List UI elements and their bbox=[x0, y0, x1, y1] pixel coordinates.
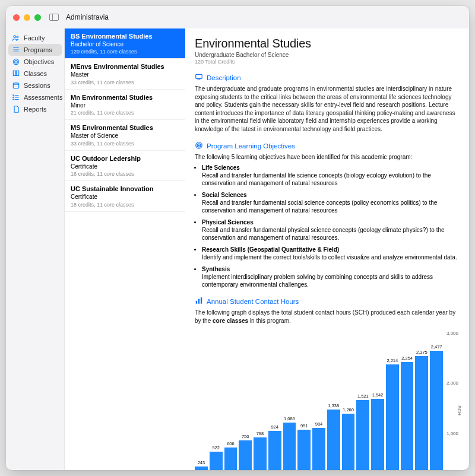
bar-value: 798 bbox=[256, 431, 264, 436]
traffic-lights bbox=[13, 14, 41, 21]
objective-title: Social Sciences bbox=[202, 192, 247, 198]
program-item-title: MEnvs Environmental Studies bbox=[71, 63, 179, 71]
sidebar-toggle-icon[interactable] bbox=[49, 14, 59, 21]
svg-point-0 bbox=[14, 36, 16, 38]
bar-rect bbox=[297, 430, 311, 470]
program-item-title: MS Environmental Studies bbox=[71, 124, 179, 132]
sidebar-item-faculty[interactable]: Faculty bbox=[8, 32, 62, 44]
chart-y-label: SCH bbox=[457, 405, 462, 415]
svg-point-6 bbox=[15, 61, 18, 64]
bar: 1,5212018 bbox=[356, 331, 369, 470]
target-icon bbox=[195, 141, 203, 151]
bar-chart-icon bbox=[195, 297, 203, 306]
people-icon bbox=[12, 35, 20, 42]
bar: 2,2542021 bbox=[401, 331, 414, 470]
bar-rect bbox=[210, 452, 223, 470]
objective-desc: Implement interdisciplinary problem solv… bbox=[202, 274, 433, 288]
chart-bars: 2432007522200860620097502010798201192420… bbox=[195, 331, 443, 470]
sch-chart: 3,0002,0001,0000 SCH 2432007522200860620… bbox=[195, 331, 460, 470]
program-item[interactable]: UC Sustainable InnovationCertificate18 c… bbox=[65, 181, 185, 211]
svg-point-13 bbox=[13, 97, 14, 97]
program-item[interactable]: Mn Environmental StudiesMinor21 credits,… bbox=[65, 90, 185, 120]
sidebar-item-label: Programs bbox=[24, 46, 52, 53]
plo-header: Program Learning Objectives bbox=[195, 141, 460, 151]
program-item-title: Mn Environmental Studies bbox=[71, 94, 179, 101]
program-item[interactable]: MS Environmental StudiesMaster of Scienc… bbox=[65, 120, 185, 150]
menu-icon bbox=[12, 47, 20, 53]
minimize-window-button[interactable] bbox=[24, 14, 30, 21]
bar-value: 924 bbox=[271, 424, 278, 430]
sidebar-item-reports[interactable]: Reports bbox=[8, 103, 62, 115]
bar: 9242012 bbox=[268, 331, 281, 470]
sidebar-item-objectives[interactable]: Objectives bbox=[8, 56, 62, 68]
objective-item: Social SciencesRecall and transfer funda… bbox=[202, 191, 460, 214]
bar-rect bbox=[224, 448, 238, 470]
chart-y-axis: 3,0002,0001,0000 bbox=[446, 331, 458, 470]
program-item[interactable]: MEnvs Environmental StudiesMaster33 cred… bbox=[65, 59, 185, 89]
program-item-sub: Certificate bbox=[71, 163, 179, 170]
svg-rect-21 bbox=[201, 297, 202, 304]
bar-value: 951 bbox=[300, 423, 308, 429]
objective-item: SynthesisImplement interdisciplinary pro… bbox=[202, 265, 460, 288]
svg-rect-7 bbox=[13, 83, 18, 88]
svg-rect-19 bbox=[196, 301, 197, 304]
svg-rect-20 bbox=[198, 299, 200, 304]
program-item[interactable]: UC Outdoor LedershipCertificate16 credit… bbox=[65, 151, 185, 181]
bar-rect bbox=[430, 351, 443, 470]
bar-rect bbox=[254, 437, 267, 470]
bar: 2,2142020 bbox=[386, 331, 399, 470]
bar-rect bbox=[195, 467, 208, 470]
bar: 2,4772023 bbox=[430, 331, 443, 470]
svg-rect-15 bbox=[196, 74, 202, 78]
description-header: Description bbox=[195, 73, 460, 82]
close-window-button[interactable] bbox=[13, 14, 20, 21]
program-credits: 120 Total Credits bbox=[195, 59, 460, 65]
bar-rect bbox=[268, 431, 281, 470]
sch-header-text: Annual Student Contact Hours bbox=[207, 298, 299, 305]
bar: 1,2602017 bbox=[342, 331, 355, 470]
program-item-meta: 18 credits, 11 core classes bbox=[71, 202, 179, 208]
bar: 2,3752022 bbox=[415, 331, 428, 470]
app-body: FacultyProgramsObjectivesClassesSessions… bbox=[6, 28, 469, 470]
description-text: The undergraduate and graduate programs … bbox=[195, 85, 460, 133]
bar: 6062009 bbox=[224, 331, 238, 470]
bar-rect bbox=[283, 423, 296, 470]
bar-value: 1,338 bbox=[328, 403, 339, 408]
program-item[interactable]: BS Environmental StudiesBachelor of Scie… bbox=[65, 28, 185, 59]
calendar-icon bbox=[12, 82, 20, 89]
sidebar-item-classes[interactable]: Classes bbox=[8, 68, 62, 80]
objective-title: Research Skills (Geospatial Quantitative… bbox=[202, 246, 339, 253]
bar-value: 1,086 bbox=[284, 416, 295, 421]
detail-pane: Environmental Studies Undergraduate Bach… bbox=[185, 28, 469, 470]
sidebar-nav: FacultyProgramsObjectivesClassesSessions… bbox=[6, 28, 64, 470]
plo-intro: The following 5 learning objectives have… bbox=[195, 154, 460, 160]
bar: 7982011 bbox=[254, 331, 267, 470]
bar-value: 2,254 bbox=[401, 356, 413, 361]
sidebar-item-assessments[interactable]: Assessments bbox=[8, 91, 62, 103]
plo-header-text: Program Learning Objectives bbox=[207, 142, 295, 150]
svg-point-5 bbox=[13, 59, 18, 64]
bar-rect bbox=[401, 362, 414, 470]
bar: 1,0862013 bbox=[283, 331, 296, 470]
objective-title: Physical Sciences bbox=[202, 219, 254, 226]
bar-value: 2,214 bbox=[387, 358, 398, 363]
svg-point-18 bbox=[198, 145, 200, 146]
doc-icon bbox=[12, 106, 20, 113]
bar-value: 2,477 bbox=[431, 344, 442, 350]
objective-desc: Recall and transfer fundamental social s… bbox=[202, 199, 437, 214]
zoom-window-button[interactable] bbox=[34, 14, 41, 21]
y-tick: 3,000 bbox=[446, 331, 458, 336]
y-tick: 1,000 bbox=[446, 431, 458, 436]
program-title: Environmental Studies bbox=[195, 37, 460, 50]
bar: 1,5422019 bbox=[371, 331, 384, 470]
program-item-meta: 120 credits, 11 core classes bbox=[71, 49, 179, 55]
description-header-text: Description bbox=[207, 74, 241, 81]
chat-icon bbox=[195, 73, 203, 82]
bar-rect bbox=[342, 414, 355, 470]
bar-rect bbox=[327, 410, 340, 470]
bar-value: 522 bbox=[212, 445, 220, 450]
sidebar-item-programs[interactable]: Programs bbox=[8, 44, 62, 56]
bar-rect bbox=[386, 364, 399, 470]
sidebar-item-sessions[interactable]: Sessions bbox=[8, 80, 62, 91]
svg-point-14 bbox=[13, 99, 14, 100]
